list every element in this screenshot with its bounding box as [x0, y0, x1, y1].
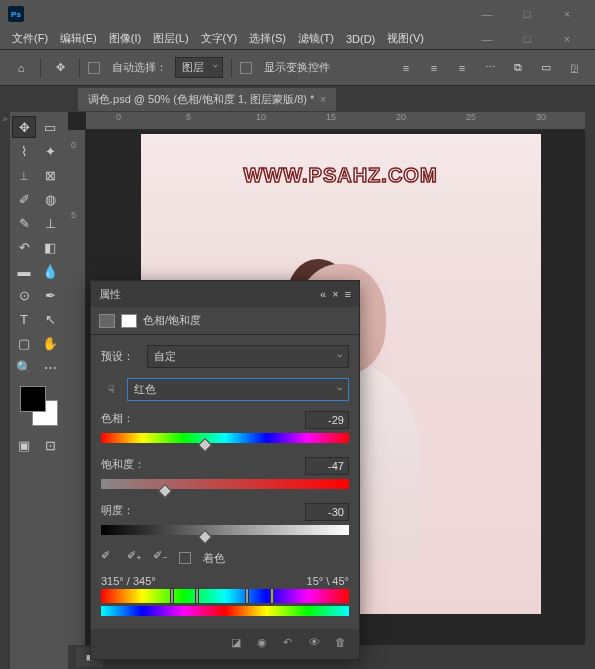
lasso-tool[interactable]: ⌇ [12, 140, 36, 162]
ruler-tick: 30 [536, 112, 546, 122]
edit-toolbar[interactable]: ⋯ [38, 356, 62, 378]
blur-tool[interactable]: 💧 [38, 260, 62, 282]
show-transform-checkbox[interactable] [240, 62, 252, 74]
eraser-tool[interactable]: ◧ [38, 236, 62, 258]
document-tab-bar: 调色.psd @ 50% (色相/饱和度 1, 图层蒙版/8) * × [0, 86, 595, 112]
menu-image[interactable]: 图像(I) [105, 29, 145, 48]
path-tool[interactable]: ↖ [38, 308, 62, 330]
panel-menu-icon[interactable]: ≡ [345, 288, 351, 300]
collapse-icon[interactable]: » [0, 112, 10, 124]
shape-tool[interactable]: ▢ [12, 332, 36, 354]
ruler-tick: 10 [256, 112, 266, 122]
brush-tool[interactable]: ✎ [12, 212, 36, 234]
crop-tool[interactable]: ⟂ [12, 164, 36, 186]
menu-view[interactable]: 视图(V) [383, 29, 428, 48]
magic-wand-tool[interactable]: ✦ [38, 140, 62, 162]
zoom-tool[interactable]: 🔍 [12, 356, 36, 378]
ruler-tick: 0 [71, 140, 76, 150]
align-icon[interactable]: ≡ [451, 57, 473, 79]
align-icon[interactable]: ≡ [395, 57, 417, 79]
menu-3d[interactable]: 3D(D) [342, 31, 379, 47]
move-tool-icon[interactable]: ✥ [49, 57, 71, 79]
range-marker[interactable] [195, 588, 199, 604]
quickmask-tool[interactable]: ▣ [12, 434, 36, 456]
hue-input[interactable] [305, 411, 349, 429]
clip-to-layer-icon[interactable]: ◪ [231, 636, 247, 652]
home-icon[interactable]: ⌂ [10, 57, 32, 79]
eyedropper-icon[interactable]: ✐ [101, 549, 119, 567]
ruler-tick: 25 [466, 112, 476, 122]
menu-bar: 文件(F) 编辑(E) 图像(I) 图层(L) 文字(Y) 选择(S) 滤镜(T… [0, 28, 595, 50]
properties-panel: 属性 « × ≡ 色相/饱和度 预设： 自定 ☟ 红色 色相： [90, 280, 360, 660]
move-tool[interactable]: ✥ [12, 116, 36, 138]
saturation-slider-group: 饱和度： [101, 457, 349, 489]
lightness-thumb[interactable] [198, 530, 212, 544]
frame-tool[interactable]: ⊠ [38, 164, 62, 186]
watermark-text: WWW.PSAHZ.COM [243, 164, 437, 187]
gradient-tool[interactable]: ▬ [12, 260, 36, 282]
range-marker[interactable] [245, 588, 249, 604]
menu-filter[interactable]: 滤镜(T) [294, 29, 338, 48]
visibility-icon[interactable]: 👁 [309, 636, 325, 652]
saturation-slider[interactable] [101, 479, 349, 489]
doc-minimize-button[interactable]: — [467, 25, 507, 53]
eyedropper-tool[interactable]: ✐ [12, 188, 36, 210]
delete-icon[interactable]: 🗑 [335, 636, 351, 652]
range-marker[interactable] [170, 588, 174, 604]
stamp-tool[interactable]: ⊥ [38, 212, 62, 234]
eyedropper-subtract-icon[interactable]: ✐₋ [153, 549, 171, 567]
type-tool[interactable]: T [12, 308, 36, 330]
range-marker[interactable] [270, 588, 274, 604]
workspace-icon[interactable]: ▭ [535, 57, 557, 79]
channel-dropdown[interactable]: 红色 [127, 378, 349, 401]
panel-collapse-icon[interactable]: « [320, 288, 326, 300]
panel-header[interactable]: 属性 « × ≡ [91, 281, 359, 307]
doc-maximize-button[interactable]: □ [507, 25, 547, 53]
lightness-input[interactable] [305, 503, 349, 521]
color-swatches[interactable] [20, 386, 58, 426]
panel-close-icon[interactable]: × [332, 288, 338, 300]
distribute-icon[interactable]: ⋯ [479, 57, 501, 79]
saturation-input[interactable] [305, 457, 349, 475]
menu-type[interactable]: 文字(Y) [197, 29, 242, 48]
menu-edit[interactable]: 编辑(E) [56, 29, 101, 48]
auto-select-checkbox[interactable] [88, 62, 100, 74]
menu-file[interactable]: 文件(F) [8, 29, 52, 48]
targeted-adjust-icon[interactable]: ☟ [101, 381, 121, 399]
pen-tool[interactable]: ✒ [38, 284, 62, 306]
marquee-tool[interactable]: ▭ [38, 116, 62, 138]
colorize-label: 着色 [203, 551, 225, 566]
menu-select[interactable]: 选择(S) [245, 29, 290, 48]
align-icon[interactable]: ≡ [423, 57, 445, 79]
eyedropper-add-icon[interactable]: ✐₊ [127, 549, 145, 567]
layer-dropdown[interactable]: 图层 [175, 57, 223, 78]
colorize-checkbox[interactable] [179, 552, 191, 564]
lightness-label: 明度： [101, 503, 134, 521]
adjustment-type-label: 色相/饱和度 [143, 313, 201, 328]
reset-icon[interactable]: ↶ [283, 636, 299, 652]
ruler-horizontal: 0 5 10 15 20 25 30 [86, 112, 595, 130]
preset-dropdown[interactable]: 自定 [147, 345, 349, 368]
hue-slider[interactable] [101, 433, 349, 443]
view-previous-icon[interactable]: ◉ [257, 636, 273, 652]
range-left-label: 315° / 345° [101, 575, 156, 587]
menu-layer[interactable]: 图层(L) [149, 29, 192, 48]
3d-mode-icon[interactable]: ⧉ [507, 57, 529, 79]
healing-tool[interactable]: ◍ [38, 188, 62, 210]
lightness-slider[interactable] [101, 525, 349, 535]
eyedropper-row: ✐ ✐₊ ✐₋ 着色 [101, 549, 349, 567]
history-brush-tool[interactable]: ↶ [12, 236, 36, 258]
hue-thumb[interactable] [198, 438, 212, 452]
hand-tool[interactable]: ✋ [38, 332, 62, 354]
screenmode-tool[interactable]: ⊡ [38, 434, 62, 456]
app-logo: Ps [8, 6, 24, 22]
range-bar-top[interactable] [101, 589, 349, 603]
saturation-thumb[interactable] [158, 484, 172, 498]
document-tab[interactable]: 调色.psd @ 50% (色相/饱和度 1, 图层蒙版/8) * × [78, 88, 336, 111]
tab-close-icon[interactable]: × [320, 94, 326, 105]
dodge-tool[interactable]: ⊙ [12, 284, 36, 306]
foreground-color[interactable] [20, 386, 46, 412]
options-bar: ⌂ ✥ 自动选择： 图层 显示变换控件 ≡ ≡ ≡ ⋯ ⧉ ▭ ⍰ [0, 50, 595, 86]
share-icon[interactable]: ⍰ [563, 57, 585, 79]
doc-close-button[interactable]: × [547, 25, 587, 53]
